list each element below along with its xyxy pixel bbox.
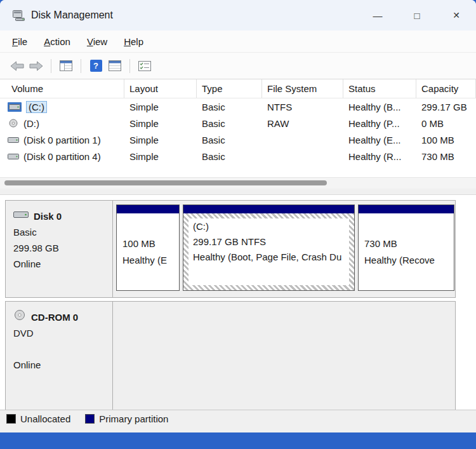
toolbar-separator <box>51 59 51 73</box>
toolbar: ? <box>0 53 476 79</box>
column-header-capacity[interactable]: Capacity <box>416 79 476 98</box>
status-value: Healthy (P... <box>343 118 416 129</box>
menu-view[interactable]: View <box>79 34 116 50</box>
partition-size: 730 MB <box>364 236 448 252</box>
forward-arrow-icon[interactable] <box>27 57 46 76</box>
cdrom-type: DVD <box>13 325 112 341</box>
partition-system[interactable]: 100 MB Healthy (E <box>116 204 180 291</box>
unallocated-swatch <box>6 414 16 424</box>
minimize-button[interactable]: — <box>358 0 397 30</box>
capacity-value: 0 MB <box>416 118 476 129</box>
partition-color-bar <box>183 205 354 213</box>
volume-name: (C:) <box>26 101 47 113</box>
window-title: Disk Management <box>31 10 113 21</box>
volume-row-c[interactable]: (C:) Simple Basic NTFS Healthy (B... 299… <box>0 98 476 115</box>
cdrom0-label[interactable]: CD-ROM 0 DVD Online <box>6 302 113 410</box>
volume-list: Volume Layout Type File System Status Ca… <box>0 79 476 177</box>
cdrom-status: Online <box>13 357 112 373</box>
capacity-value: 100 MB <box>416 135 476 145</box>
legend-bar: Unallocated Primary partition <box>0 410 476 427</box>
disk0-row: Disk 0 Basic 299.98 GB Online 100 MB Hea… <box>5 200 456 298</box>
graphical-view: Disk 0 Basic 299.98 GB Online 100 MB Hea… <box>0 195 476 410</box>
disk0-partitions: 100 MB Healthy (E (C:) 299.17 GB NTFS He… <box>113 201 455 297</box>
partition-size: 299.17 GB NTFS <box>193 234 345 250</box>
toolbar-separator <box>81 59 81 73</box>
disk-type: Basic <box>13 224 112 240</box>
window-bottom-edge <box>0 427 476 432</box>
menu-file[interactable]: File <box>4 34 36 50</box>
show-details-icon[interactable] <box>105 57 124 76</box>
menu-help[interactable]: Help <box>116 34 152 50</box>
pane-splitter[interactable] <box>0 189 476 195</box>
cdrom-icon <box>13 309 26 325</box>
volume-name: (Disk 0 partition 1) <box>23 135 101 145</box>
cdrom0-row: CD-ROM 0 DVD Online <box>5 301 456 410</box>
status-value: Healthy (E... <box>343 135 416 145</box>
disk-size: 299.98 GB <box>13 240 112 256</box>
disk-management-window: Disk Management — □ ✕ File Action View H… <box>0 0 476 432</box>
type-value: Basic <box>197 151 262 162</box>
disk-volume-icon <box>8 152 19 161</box>
unallocated-label: Unallocated <box>20 413 70 424</box>
primary-partition-label: Primary partition <box>99 413 168 424</box>
layout-value: Simple <box>124 118 197 129</box>
disk-icon <box>13 208 29 224</box>
volume-row-partition4[interactable]: (Disk 0 partition 4) Simple Basic Health… <box>0 148 476 164</box>
close-button[interactable]: ✕ <box>437 0 476 30</box>
capacity-value: 730 MB <box>416 151 476 162</box>
list-empty-space <box>0 164 476 177</box>
status-value: Healthy (R... <box>343 151 416 162</box>
column-header-volume[interactable]: Volume <box>0 79 124 98</box>
file-system-value: RAW <box>262 118 343 129</box>
layout-value: Simple <box>124 135 197 145</box>
disk0-label[interactable]: Disk 0 Basic 299.98 GB Online <box>6 201 113 297</box>
partition-status: Healthy (Boot, Page File, Crash Du <box>193 250 345 265</box>
partition-color-bar <box>117 205 179 213</box>
file-system-value: NTFS <box>262 102 343 112</box>
show-console-tree-icon[interactable] <box>56 57 76 76</box>
primary-partition-swatch <box>85 414 95 424</box>
status-value: Healthy (B... <box>343 102 416 112</box>
disk-name: Disk 0 <box>34 208 62 224</box>
type-value: Basic <box>197 118 262 129</box>
volume-name: (D:) <box>23 118 39 129</box>
disk-status: Online <box>13 256 112 272</box>
cdrom-name: CD-ROM 0 <box>31 309 78 325</box>
menubar: File Action View Help <box>0 30 476 53</box>
scrollbar-thumb[interactable] <box>4 180 327 185</box>
menu-action[interactable]: Action <box>36 34 79 50</box>
partition-recovery[interactable]: 730 MB Healthy (Recove <box>358 204 454 291</box>
column-header-file-system[interactable]: File System <box>262 79 343 98</box>
help-icon[interactable]: ? <box>86 57 105 76</box>
customize-view-icon[interactable] <box>135 57 154 76</box>
disk-management-app-icon <box>13 10 25 21</box>
cdrom0-media-area[interactable] <box>113 302 455 410</box>
cd-volume-icon <box>8 119 19 128</box>
volume-list-header: Volume Layout Type File System Status Ca… <box>0 79 476 98</box>
partition-c-selected[interactable]: (C:) 299.17 GB NTFS Healthy (Boot, Page … <box>183 204 355 291</box>
type-value: Basic <box>197 102 262 112</box>
partition-color-bar <box>359 205 454 213</box>
partition-name: (C:) <box>193 219 345 234</box>
column-header-status[interactable]: Status <box>343 79 416 98</box>
partition-status: Healthy (E <box>122 252 173 269</box>
volume-row-d[interactable]: (D:) Simple Basic RAW Healthy (P... 0 MB <box>0 115 476 131</box>
layout-value: Simple <box>124 151 197 162</box>
layout-value: Simple <box>124 102 197 112</box>
window-controls: — □ ✕ <box>358 0 476 30</box>
capacity-value: 299.17 GB <box>416 102 476 112</box>
type-value: Basic <box>197 135 262 145</box>
toolbar-separator <box>129 59 130 73</box>
column-header-layout[interactable]: Layout <box>124 79 197 98</box>
volume-row-partition1[interactable]: (Disk 0 partition 1) Simple Basic Health… <box>0 131 476 148</box>
maximize-button[interactable]: □ <box>397 0 437 30</box>
column-header-type[interactable]: Type <box>197 79 262 98</box>
back-arrow-icon[interactable] <box>8 57 27 76</box>
titlebar: Disk Management — □ ✕ <box>0 0 476 30</box>
desktop: { "window": { "title": "Disk Management"… <box>0 0 476 449</box>
horizontal-scrollbar[interactable] <box>0 177 476 189</box>
volume-name: (Disk 0 partition 4) <box>23 151 101 162</box>
disk-volume-icon <box>8 102 22 112</box>
partition-size: 100 MB <box>122 236 173 252</box>
cdrom-empty-line <box>13 341 112 357</box>
